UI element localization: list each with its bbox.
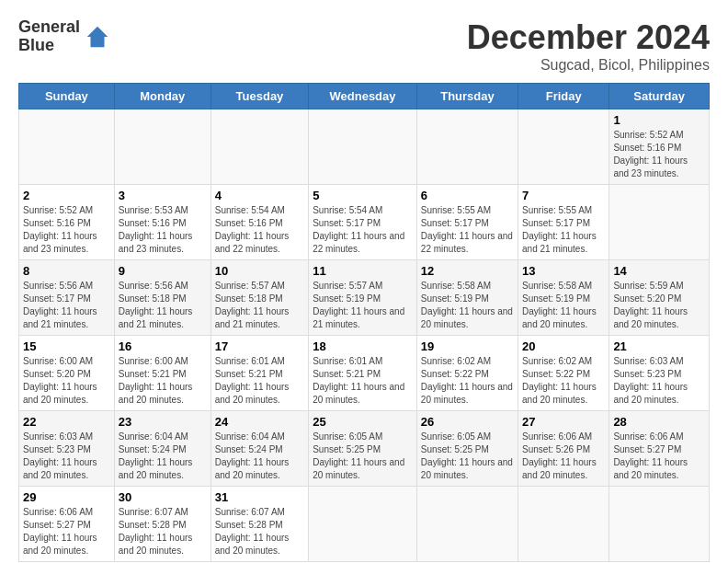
- calendar-day-14: 14Sunrise: 5:59 AMSunset: 5:20 PMDayligh…: [609, 260, 710, 336]
- empty-cell: [309, 487, 417, 562]
- empty-cell: [19, 109, 115, 185]
- day-header-sunday: Sunday: [19, 84, 115, 109]
- empty-cell: [609, 487, 710, 562]
- calendar-day-7: 7Sunrise: 5:55 AMSunset: 5:17 PMDaylight…: [518, 185, 609, 260]
- calendar-day-12: 12Sunrise: 5:58 AMSunset: 5:19 PMDayligh…: [416, 260, 518, 336]
- page-header: General Blue December 2024 Sugcad, Bicol…: [18, 18, 710, 74]
- logo: General Blue: [18, 18, 111, 55]
- day-header-tuesday: Tuesday: [210, 84, 308, 109]
- empty-cell: [518, 109, 609, 185]
- week-row-1: 1Sunrise: 5:52 AMSunset: 5:16 PMDaylight…: [19, 109, 710, 185]
- calendar-day-10: 10Sunrise: 5:57 AMSunset: 5:18 PMDayligh…: [210, 260, 308, 336]
- calendar-day-18: 18Sunrise: 6:01 AMSunset: 5:21 PMDayligh…: [309, 336, 417, 411]
- calendar-day-30: 30Sunrise: 6:07 AMSunset: 5:28 PMDayligh…: [114, 487, 210, 562]
- week-row-5: 22Sunrise: 6:03 AMSunset: 5:23 PMDayligh…: [19, 411, 710, 487]
- calendar-day-15: 15Sunrise: 6:00 AMSunset: 5:20 PMDayligh…: [19, 336, 115, 411]
- calendar-day-4: 4Sunrise: 5:54 AMSunset: 5:16 PMDaylight…: [210, 185, 308, 260]
- logo-icon: [84, 23, 111, 51]
- week-row-6: 29Sunrise: 6:06 AMSunset: 5:27 PMDayligh…: [19, 487, 710, 562]
- page-title: December 2024: [467, 18, 710, 57]
- empty-cell: [609, 185, 710, 260]
- calendar-day-6: 6Sunrise: 5:55 AMSunset: 5:17 PMDaylight…: [416, 185, 518, 260]
- empty-cell: [416, 487, 518, 562]
- calendar-day-9: 9Sunrise: 5:56 AMSunset: 5:18 PMDaylight…: [114, 260, 210, 336]
- calendar-day-22: 22Sunrise: 6:03 AMSunset: 5:23 PMDayligh…: [19, 411, 115, 487]
- day-header-wednesday: Wednesday: [309, 84, 417, 109]
- calendar-day-8: 8Sunrise: 5:56 AMSunset: 5:17 PMDaylight…: [19, 260, 115, 336]
- day-header-monday: Monday: [114, 84, 210, 109]
- logo-line1: General: [18, 18, 80, 37]
- empty-cell: [416, 109, 518, 185]
- calendar-day-16: 16Sunrise: 6:00 AMSunset: 5:21 PMDayligh…: [114, 336, 210, 411]
- day-header-saturday: Saturday: [609, 84, 710, 109]
- calendar-day-13: 13Sunrise: 5:58 AMSunset: 5:19 PMDayligh…: [518, 260, 609, 336]
- day-header-thursday: Thursday: [416, 84, 518, 109]
- day-header-friday: Friday: [518, 84, 609, 109]
- empty-cell: [518, 487, 609, 562]
- empty-cell: [114, 109, 210, 185]
- calendar-day-3: 3Sunrise: 5:53 AMSunset: 5:16 PMDaylight…: [114, 185, 210, 260]
- logo-line2: Blue: [18, 37, 80, 55]
- calendar-day-19: 19Sunrise: 6:02 AMSunset: 5:22 PMDayligh…: [416, 336, 518, 411]
- empty-cell: [309, 109, 417, 185]
- empty-cell: [210, 109, 308, 185]
- calendar-day-20: 20Sunrise: 6:02 AMSunset: 5:22 PMDayligh…: [518, 336, 609, 411]
- page-subtitle: Sugcad, Bicol, Philippines: [467, 57, 710, 74]
- calendar-table: SundayMondayTuesdayWednesdayThursdayFrid…: [18, 83, 710, 562]
- calendar-day-2: 2Sunrise: 5:52 AMSunset: 5:16 PMDaylight…: [19, 185, 115, 260]
- calendar-day-31: 31Sunrise: 6:07 AMSunset: 5:28 PMDayligh…: [210, 487, 308, 562]
- calendar-day-23: 23Sunrise: 6:04 AMSunset: 5:24 PMDayligh…: [114, 411, 210, 487]
- calendar-day-26: 26Sunrise: 6:05 AMSunset: 5:25 PMDayligh…: [416, 411, 518, 487]
- calendar-day-25: 25Sunrise: 6:05 AMSunset: 5:25 PMDayligh…: [309, 411, 417, 487]
- week-row-3: 8Sunrise: 5:56 AMSunset: 5:17 PMDaylight…: [19, 260, 710, 336]
- week-row-4: 15Sunrise: 6:00 AMSunset: 5:20 PMDayligh…: [19, 336, 710, 411]
- calendar-day-24: 24Sunrise: 6:04 AMSunset: 5:24 PMDayligh…: [210, 411, 308, 487]
- days-header-row: SundayMondayTuesdayWednesdayThursdayFrid…: [19, 84, 710, 109]
- calendar-day-1: 1Sunrise: 5:52 AMSunset: 5:16 PMDaylight…: [609, 109, 710, 185]
- calendar-day-28: 28Sunrise: 6:06 AMSunset: 5:27 PMDayligh…: [609, 411, 710, 487]
- week-row-2: 2Sunrise: 5:52 AMSunset: 5:16 PMDaylight…: [19, 185, 710, 260]
- svg-marker-0: [87, 27, 108, 48]
- calendar-day-21: 21Sunrise: 6:03 AMSunset: 5:23 PMDayligh…: [609, 336, 710, 411]
- calendar-day-29: 29Sunrise: 6:06 AMSunset: 5:27 PMDayligh…: [19, 487, 115, 562]
- calendar-day-17: 17Sunrise: 6:01 AMSunset: 5:21 PMDayligh…: [210, 336, 308, 411]
- title-block: December 2024 Sugcad, Bicol, Philippines: [467, 18, 710, 74]
- calendar-day-27: 27Sunrise: 6:06 AMSunset: 5:26 PMDayligh…: [518, 411, 609, 487]
- calendar-day-11: 11Sunrise: 5:57 AMSunset: 5:19 PMDayligh…: [309, 260, 417, 336]
- calendar-day-5: 5Sunrise: 5:54 AMSunset: 5:17 PMDaylight…: [309, 185, 417, 260]
